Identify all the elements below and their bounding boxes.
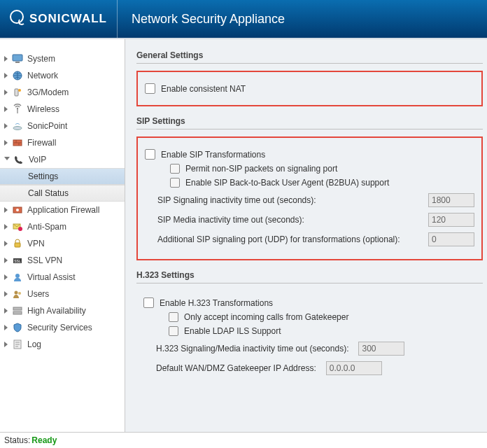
sidebar-label: System: [27, 54, 55, 64]
sidebar-item-wireless[interactable]: Wireless: [0, 101, 125, 118]
ssl-icon: SSL: [12, 255, 23, 266]
input-sip-sig-timeout[interactable]: [428, 193, 474, 207]
sidebar-label: 3G/Modem: [27, 88, 69, 97]
sidebar-sub-label: Call Status: [28, 188, 69, 198]
sidebar-label: SSL VPN: [27, 255, 62, 265]
expand-icon: [4, 207, 8, 213]
sidebar-label: Virtual Assist: [27, 272, 75, 282]
svg-rect-19: [13, 312, 22, 314]
label-h323-timeout: H.323 Signaling/Media inactivity time ou…: [156, 344, 348, 354]
checkbox-h323-transform[interactable]: [143, 298, 154, 308]
section-h323-title: H.323 Settings: [136, 270, 483, 284]
sidebar-label: Security Services: [27, 323, 92, 332]
expand-icon: [4, 308, 8, 314]
access-point-icon: [12, 120, 23, 132]
svg-point-4: [18, 89, 21, 92]
sidebar-item-users[interactable]: Users: [0, 286, 125, 302]
sidebar-label: VPN: [27, 239, 45, 248]
log-icon: [12, 339, 23, 350]
lock-icon: [12, 238, 23, 249]
brand-text: SONICWALL: [29, 12, 107, 26]
modem-icon: [12, 87, 23, 98]
expand-icon: [4, 241, 8, 246]
label-permit-nonsip: Permit non-SIP packets on signaling port: [185, 164, 337, 174]
expand-icon: [4, 325, 8, 330]
shield-icon: [12, 322, 23, 333]
ha-icon: [12, 305, 23, 316]
svg-point-17: [18, 292, 21, 295]
svg-point-16: [15, 291, 18, 295]
sidebar-label: Users: [27, 289, 49, 299]
brand: SONICWALL: [0, 0, 118, 38]
sidebar-item-vpn[interactable]: VPN: [0, 235, 125, 252]
sidebar-item-security[interactable]: Security Services: [0, 319, 125, 336]
label-consistent-nat: Enable consistent NAT: [161, 84, 246, 94]
svg-text:SSL: SSL: [14, 259, 21, 263]
sidebar-item-antispam[interactable]: Anti-Spam: [0, 218, 125, 235]
expand-icon: [4, 73, 8, 78]
sidebar-sub-callstatus[interactable]: Call Status: [0, 185, 125, 202]
users-icon: [12, 288, 23, 300]
input-sip-media-timeout[interactable]: [428, 213, 474, 227]
sidebar-label: Log: [27, 340, 41, 349]
section-general-title: General Settings: [136, 50, 483, 64]
checkbox-consistent-nat[interactable]: [145, 83, 155, 94]
sidebar-item-firewall[interactable]: Firewall: [0, 134, 125, 151]
expand-icon: [4, 224, 8, 230]
assist-icon: [12, 272, 23, 283]
svg-point-15: [15, 274, 20, 278]
sidebar-item-voip[interactable]: VoIP: [0, 151, 125, 168]
monitor-icon: [12, 53, 23, 64]
sidebar-sub-label: Settings: [28, 172, 58, 181]
status-bar: Status: Ready: [0, 432, 487, 448]
input-gatekeeper-ip[interactable]: [326, 361, 382, 375]
sidebar-label: Anti-Spam: [27, 222, 66, 232]
svg-rect-12: [15, 243, 20, 247]
sidebar-sub-settings[interactable]: Settings: [0, 168, 125, 185]
label-gatekeeper-ip: Default WAN/DMZ Gatekeeper IP Address:: [156, 363, 316, 373]
app-firewall-icon: [12, 204, 23, 216]
label-sip-addl-port: Additional SIP signaling port (UDP) for …: [157, 234, 400, 244]
svg-point-11: [18, 227, 22, 231]
firewall-icon: [12, 137, 23, 148]
svg-rect-3: [15, 89, 18, 96]
checkbox-b2bua[interactable]: [170, 178, 180, 188]
expand-icon: [4, 123, 8, 129]
expand-icon: [4, 90, 8, 95]
expand-icon: [4, 140, 8, 146]
expand-icon: [4, 106, 8, 112]
sidebar-item-log[interactable]: Log: [0, 336, 125, 353]
sidebar-item-ha[interactable]: High Availability: [0, 302, 125, 319]
sidebar-item-virtualassist[interactable]: Virtual Assist: [0, 269, 125, 286]
svg-point-5: [17, 108, 18, 109]
sidebar-item-sonicpoint[interactable]: SonicPoint: [0, 118, 125, 134]
label-sip-media-timeout: SIP Media inactivity time out (seconds):: [157, 215, 304, 225]
sidebar-item-sslvpn[interactable]: SSL SSL VPN: [0, 252, 125, 269]
label-h323-transform: Enable H.323 Transformations: [160, 298, 273, 308]
highlight-box-general: Enable consistent NAT: [136, 71, 483, 106]
checkbox-permit-nonsip[interactable]: [170, 164, 180, 174]
svg-point-9: [16, 209, 19, 211]
logo-swirl-icon: [18, 18, 25, 25]
checkbox-ldap-ils[interactable]: [169, 326, 178, 336]
label-sip-transform: Enable SIP Transformations: [161, 150, 265, 160]
sidebar: System Network 3G/Modem Wireless SonicPo: [0, 39, 125, 433]
svg-rect-0: [13, 55, 22, 61]
antenna-icon: [12, 104, 23, 115]
sidebar-item-system[interactable]: System: [0, 50, 125, 67]
sidebar-label: Wireless: [27, 104, 59, 114]
sidebar-label: VoIP: [29, 155, 46, 164]
globe-icon: [12, 70, 23, 81]
checkbox-gatekeeper-only[interactable]: [169, 312, 178, 322]
input-h323-timeout[interactable]: [358, 342, 404, 356]
status-value: Ready: [31, 435, 57, 445]
expand-icon: [4, 56, 8, 62]
checkbox-sip-transform[interactable]: [145, 149, 155, 160]
mail-block-icon: [12, 221, 23, 232]
phone-icon: [13, 154, 24, 165]
highlight-box-sip: Enable SIP Transformations Permit non-SI…: [136, 136, 483, 260]
input-sip-addl-port[interactable]: [428, 232, 474, 246]
sidebar-item-network[interactable]: Network: [0, 67, 125, 84]
sidebar-item-3g[interactable]: 3G/Modem: [0, 84, 125, 101]
sidebar-item-appfirewall[interactable]: Application Firewall: [0, 202, 125, 218]
